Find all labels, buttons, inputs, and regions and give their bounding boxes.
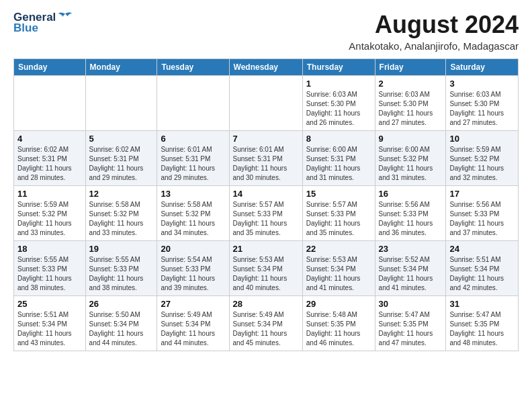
table-row: 31Sunrise: 5:47 AMSunset: 5:35 PMDayligh… (446, 296, 519, 351)
day-number: 16 (379, 189, 443, 199)
day-info: Sunrise: 6:00 AMSunset: 5:32 PMDaylight:… (379, 145, 443, 183)
table-row: 1Sunrise: 6:03 AMSunset: 5:30 PMDaylight… (302, 76, 375, 131)
day-number: 12 (89, 189, 154, 199)
day-number: 17 (449, 189, 515, 199)
day-number: 27 (161, 299, 225, 309)
table-row: 21Sunrise: 5:53 AMSunset: 5:34 PMDayligh… (229, 241, 302, 296)
day-info: Sunrise: 5:49 AMSunset: 5:34 PMDaylight:… (161, 310, 225, 348)
day-info: Sunrise: 5:49 AMSunset: 5:34 PMDaylight:… (233, 310, 299, 348)
header-saturday: Saturday (446, 59, 519, 76)
day-number: 3 (449, 79, 515, 89)
table-row (14, 76, 86, 131)
header-tuesday: Tuesday (157, 59, 229, 76)
day-info: Sunrise: 5:50 AMSunset: 5:34 PMDaylight:… (89, 310, 154, 348)
table-row: 30Sunrise: 5:47 AMSunset: 5:35 PMDayligh… (375, 296, 446, 351)
table-row: 25Sunrise: 5:51 AMSunset: 5:34 PMDayligh… (14, 296, 86, 351)
table-row: 15Sunrise: 5:57 AMSunset: 5:33 PMDayligh… (302, 186, 375, 241)
table-row: 19Sunrise: 5:55 AMSunset: 5:33 PMDayligh… (85, 241, 157, 296)
day-number: 4 (17, 134, 82, 144)
header-thursday: Thursday (302, 59, 375, 76)
day-info: Sunrise: 6:03 AMSunset: 5:30 PMDaylight:… (449, 90, 515, 128)
table-row: 27Sunrise: 5:49 AMSunset: 5:34 PMDayligh… (157, 296, 229, 351)
day-info: Sunrise: 6:01 AMSunset: 5:31 PMDaylight:… (161, 145, 225, 183)
header: General Blue August 2024 Antakotako, Ana… (13, 11, 519, 52)
calendar-header-row: Sunday Monday Tuesday Wednesday Thursday… (14, 59, 519, 76)
page: General Blue August 2024 Antakotako, Ana… (0, 0, 532, 411)
table-row: 10Sunrise: 5:59 AMSunset: 5:32 PMDayligh… (446, 131, 519, 186)
table-row: 5Sunrise: 6:02 AMSunset: 5:31 PMDaylight… (85, 131, 157, 186)
calendar-week-row: 11Sunrise: 5:59 AMSunset: 5:32 PMDayligh… (14, 186, 519, 241)
table-row: 20Sunrise: 5:54 AMSunset: 5:33 PMDayligh… (157, 241, 229, 296)
table-row: 7Sunrise: 6:01 AMSunset: 5:31 PMDaylight… (229, 131, 302, 186)
day-number: 10 (449, 134, 515, 144)
calendar-week-row: 1Sunrise: 6:03 AMSunset: 5:30 PMDaylight… (14, 76, 519, 131)
day-info: Sunrise: 6:02 AMSunset: 5:31 PMDaylight:… (17, 145, 82, 183)
table-row: 9Sunrise: 6:00 AMSunset: 5:32 PMDaylight… (375, 131, 446, 186)
table-row: 29Sunrise: 5:48 AMSunset: 5:35 PMDayligh… (302, 296, 375, 351)
logo-bird-icon (57, 11, 73, 24)
day-number: 7 (233, 134, 299, 144)
calendar-week-row: 4Sunrise: 6:02 AMSunset: 5:31 PMDaylight… (14, 131, 519, 186)
day-number: 1 (306, 79, 371, 89)
day-number: 13 (161, 189, 225, 199)
table-row (85, 76, 157, 131)
day-info: Sunrise: 6:00 AMSunset: 5:31 PMDaylight:… (306, 145, 371, 183)
table-row: 18Sunrise: 5:55 AMSunset: 5:33 PMDayligh… (14, 241, 86, 296)
day-number: 6 (161, 134, 225, 144)
table-row: 8Sunrise: 6:00 AMSunset: 5:31 PMDaylight… (302, 131, 375, 186)
day-number: 18 (17, 244, 82, 254)
day-number: 2 (379, 79, 443, 89)
table-row: 26Sunrise: 5:50 AMSunset: 5:34 PMDayligh… (85, 296, 157, 351)
day-number: 25 (17, 299, 82, 309)
day-info: Sunrise: 5:56 AMSunset: 5:33 PMDaylight:… (449, 200, 515, 238)
day-info: Sunrise: 6:02 AMSunset: 5:31 PMDaylight:… (89, 145, 154, 183)
table-row: 14Sunrise: 5:57 AMSunset: 5:33 PMDayligh… (229, 186, 302, 241)
day-number: 14 (233, 189, 299, 199)
day-info: Sunrise: 5:51 AMSunset: 5:34 PMDaylight:… (17, 310, 82, 348)
table-row: 16Sunrise: 5:56 AMSunset: 5:33 PMDayligh… (375, 186, 446, 241)
calendar-week-row: 25Sunrise: 5:51 AMSunset: 5:34 PMDayligh… (14, 296, 519, 351)
title-block: August 2024 Antakotako, Analanjirofo, Ma… (349, 11, 519, 52)
day-info: Sunrise: 5:52 AMSunset: 5:34 PMDaylight:… (379, 255, 443, 293)
day-number: 22 (306, 244, 371, 254)
table-row: 13Sunrise: 5:58 AMSunset: 5:32 PMDayligh… (157, 186, 229, 241)
table-row: 4Sunrise: 6:02 AMSunset: 5:31 PMDaylight… (14, 131, 86, 186)
day-number: 24 (449, 244, 515, 254)
day-number: 9 (379, 134, 443, 144)
logo: General Blue (13, 11, 73, 35)
day-number: 31 (449, 299, 515, 309)
day-info: Sunrise: 5:47 AMSunset: 5:35 PMDaylight:… (379, 310, 443, 348)
day-info: Sunrise: 5:55 AMSunset: 5:33 PMDaylight:… (89, 255, 154, 293)
header-sunday: Sunday (14, 59, 86, 76)
day-info: Sunrise: 5:57 AMSunset: 5:33 PMDaylight:… (233, 200, 299, 238)
day-info: Sunrise: 5:57 AMSunset: 5:33 PMDaylight:… (306, 200, 371, 238)
table-row: 23Sunrise: 5:52 AMSunset: 5:34 PMDayligh… (375, 241, 446, 296)
calendar-week-row: 18Sunrise: 5:55 AMSunset: 5:33 PMDayligh… (14, 241, 519, 296)
day-info: Sunrise: 6:03 AMSunset: 5:30 PMDaylight:… (379, 90, 443, 128)
table-row (229, 76, 302, 131)
table-row: 24Sunrise: 5:51 AMSunset: 5:34 PMDayligh… (446, 241, 519, 296)
day-number: 21 (233, 244, 299, 254)
day-number: 15 (306, 189, 371, 199)
table-row: 12Sunrise: 5:58 AMSunset: 5:32 PMDayligh… (85, 186, 157, 241)
day-number: 29 (306, 299, 371, 309)
logo-blue: Blue (13, 21, 38, 35)
day-info: Sunrise: 5:54 AMSunset: 5:33 PMDaylight:… (161, 255, 225, 293)
calendar-table: Sunday Monday Tuesday Wednesday Thursday… (13, 58, 519, 351)
table-row: 17Sunrise: 5:56 AMSunset: 5:33 PMDayligh… (446, 186, 519, 241)
table-row: 11Sunrise: 5:59 AMSunset: 5:32 PMDayligh… (14, 186, 86, 241)
day-number: 30 (379, 299, 443, 309)
table-row: 2Sunrise: 6:03 AMSunset: 5:30 PMDaylight… (375, 76, 446, 131)
header-wednesday: Wednesday (229, 59, 302, 76)
day-info: Sunrise: 6:01 AMSunset: 5:31 PMDaylight:… (233, 145, 299, 183)
day-number: 20 (161, 244, 225, 254)
day-info: Sunrise: 5:58 AMSunset: 5:32 PMDaylight:… (161, 200, 225, 238)
day-info: Sunrise: 5:59 AMSunset: 5:32 PMDaylight:… (449, 145, 515, 183)
day-number: 5 (89, 134, 154, 144)
day-info: Sunrise: 5:59 AMSunset: 5:32 PMDaylight:… (17, 200, 82, 238)
day-info: Sunrise: 5:53 AMSunset: 5:34 PMDaylight:… (233, 255, 299, 293)
day-number: 19 (89, 244, 154, 254)
day-number: 8 (306, 134, 371, 144)
day-number: 26 (89, 299, 154, 309)
location-title: Antakotako, Analanjirofo, Madagascar (349, 40, 519, 52)
